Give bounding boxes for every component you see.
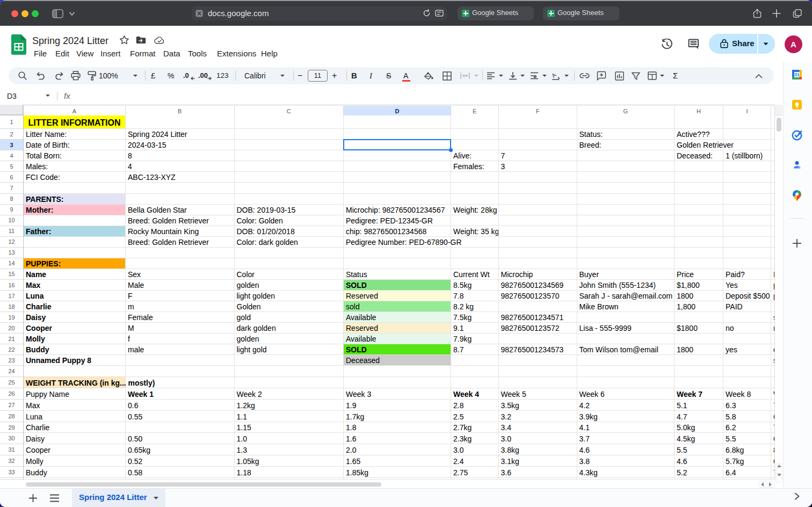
- svg-text:31: 31: [794, 72, 800, 77]
- svg-text:A: A: [552, 72, 557, 79]
